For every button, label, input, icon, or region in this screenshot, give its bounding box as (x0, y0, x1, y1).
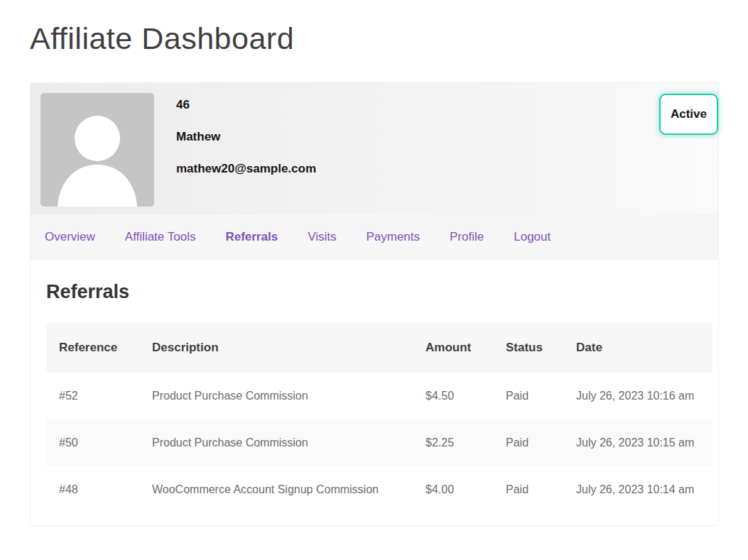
referrals-table: Reference Description Amount Status Date… (46, 323, 712, 513)
table-row: #52 Product Purchase Commission $4.50 Pa… (46, 373, 712, 419)
nav-item-visits[interactable]: Visits (308, 230, 336, 244)
cell-amount: $2.25 (426, 419, 506, 466)
column-header-description: Description (152, 323, 426, 373)
table-row: #50 Product Purchase Commission $2.25 Pa… (46, 419, 712, 466)
profile-info: 46 Mathew mathew20@sample.com (176, 93, 316, 204)
cell-reference: #50 (46, 419, 152, 466)
nav-item-referrals[interactable]: Referrals (225, 230, 278, 244)
cell-amount: $4.50 (426, 373, 506, 419)
column-header-reference: Reference (46, 323, 152, 373)
nav-item-affiliate-tools[interactable]: Affiliate Tools (125, 230, 196, 244)
avatar (40, 93, 154, 207)
column-header-date: Date (576, 323, 712, 373)
cell-description: WooCommerce Account Signup Commission (152, 466, 426, 513)
cell-date: July 26, 2023 10:16 am (576, 373, 712, 419)
cell-status: Paid (506, 373, 576, 419)
cell-status: Paid (506, 419, 576, 466)
nav-item-payments[interactable]: Payments (366, 230, 420, 244)
affiliate-email: mathew20@sample.com (176, 163, 316, 175)
page-title: Affiliate Dashboard (30, 20, 748, 58)
column-header-status: Status (506, 323, 576, 373)
cell-description: Product Purchase Commission (152, 373, 426, 419)
cell-amount: $4.00 (426, 466, 506, 513)
affiliate-id: 46 (176, 99, 316, 111)
cell-reference: #48 (46, 466, 152, 513)
affiliate-name: Mathew (176, 131, 316, 143)
dashboard-nav: Overview Affiliate Tools Referrals Visit… (31, 214, 718, 260)
referrals-panel: Referrals Reference Description Amount S… (31, 260, 718, 525)
person-silhouette-icon (40, 93, 154, 207)
nav-item-profile[interactable]: Profile (450, 230, 484, 244)
cell-reference: #52 (46, 373, 152, 419)
cell-date: July 26, 2023 10:14 am (576, 466, 712, 513)
cell-description: Product Purchase Commission (152, 419, 426, 466)
column-header-amount: Amount (426, 323, 506, 373)
table-row: #48 WooCommerce Account Signup Commissio… (46, 466, 712, 513)
nav-item-overview[interactable]: Overview (45, 230, 95, 244)
affiliate-dashboard-widget: 46 Mathew mathew20@sample.com Active Ove… (30, 82, 719, 526)
status-badge: Active (659, 94, 718, 135)
cell-date: July 26, 2023 10:15 am (576, 419, 712, 466)
nav-item-logout[interactable]: Logout (514, 230, 551, 244)
section-heading: Referrals (46, 281, 712, 303)
profile-header: 46 Mathew mathew20@sample.com Active (31, 83, 718, 214)
table-header-row: Reference Description Amount Status Date (46, 323, 712, 373)
cell-status: Paid (506, 466, 576, 513)
